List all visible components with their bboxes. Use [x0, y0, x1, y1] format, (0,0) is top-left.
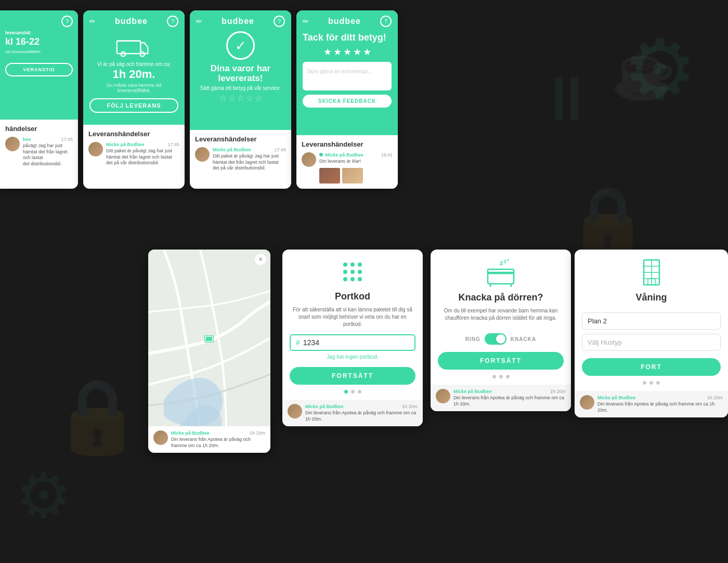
- portkod-eta: 1h 20m: [402, 404, 418, 409]
- portkod-continue-btn[interactable]: FORTSÄTT: [290, 367, 415, 385]
- star-1[interactable]: ☆: [219, 93, 227, 103]
- toggle-switch[interactable]: [485, 333, 506, 345]
- portkod-footer: Micke på Budbee 1h 20m Din leverans från…: [282, 400, 423, 426]
- floor-eta: 1h 20m: [707, 395, 723, 400]
- floor-continue-btn[interactable]: FORT: [582, 358, 721, 376]
- star-f2[interactable]: ★: [333, 46, 342, 58]
- map-driver: Micke på Budbee: [171, 430, 210, 436]
- dot-1-active: [344, 390, 348, 394]
- phone-screen-2: ✏ budbee ? Vi är på väg och framme om ca…: [83, 10, 185, 189]
- map-area: ×: [148, 250, 270, 426]
- portkod-driver: Micke på Budbee: [305, 404, 344, 409]
- door-desc: Om du till exempel har sovande barn hemm…: [438, 307, 564, 322]
- portkod-dots: [344, 390, 361, 394]
- event-text-2: Ditt paket är påväg! Jag har just hämtat…: [106, 148, 179, 166]
- svg-point-8: [343, 263, 347, 267]
- door-continue-btn[interactable]: FORTSÄTT: [438, 352, 564, 370]
- floor-dot-2: [649, 381, 653, 385]
- door-avatar: [436, 389, 450, 403]
- svg-rect-0: [116, 41, 140, 54]
- check-circle: ✓: [226, 31, 255, 60]
- toggle-row: RING KNACKA: [465, 333, 536, 345]
- rating-stars-filled[interactable]: ★ ★ ★ ★ ★: [303, 46, 392, 58]
- feedback-btn[interactable]: SKICKA FEEDBACK: [303, 95, 392, 108]
- help-icon[interactable]: ?: [61, 16, 73, 27]
- toggle-thumb: [496, 334, 505, 344]
- portkod-desc: För att säkerställa att vi kan lämna pak…: [290, 306, 415, 328]
- door-footer: Micke på Budbee 1h 20m Din leverans från…: [431, 385, 571, 411]
- dot-2: [351, 390, 355, 394]
- time-value: kl 16-22: [5, 36, 73, 47]
- svg-text:z: z: [504, 258, 506, 264]
- toggle-left-label: RING: [465, 336, 480, 342]
- star-3[interactable]: ☆: [237, 93, 244, 103]
- house-type-select[interactable]: Välj Hustyp: [582, 334, 721, 351]
- star-5[interactable]: ☆: [255, 93, 262, 103]
- event-author-4: Micke på Budbee: [319, 152, 363, 158]
- star-f1[interactable]: ★: [323, 46, 332, 58]
- floor-title: Våning: [635, 292, 667, 303]
- avatar-4: [302, 152, 316, 167]
- star-4[interactable]: ☆: [246, 93, 253, 103]
- map-footer: Micke på Budbee 1h 20m Din leverans från…: [148, 426, 270, 453]
- edit-icon-4[interactable]: ✏: [303, 17, 309, 25]
- edit-icon-3[interactable]: ✏: [196, 17, 202, 25]
- section-title-2: Leveranshändelser: [88, 130, 179, 138]
- avatar-3: [195, 147, 210, 162]
- follow-btn-2[interactable]: FÖLJ LEVERANS: [89, 98, 178, 113]
- event-text-1: påväg! Jag har justhämtat det från lagre…: [23, 143, 73, 167]
- phone-screen-3: ✏ budbee ? ✓ Dina varor har levererats! …: [190, 10, 291, 189]
- event-text-4: Din leverans är klar!: [319, 159, 393, 165]
- floor-icon-area: [638, 258, 666, 287]
- bed-icon: z z z: [485, 258, 516, 287]
- rating-title: Tack för ditt betyg!: [303, 32, 392, 43]
- screen1-btn[interactable]: VERANSTID: [5, 63, 73, 76]
- door-modal: z z z Knacka på dörren? Om du till exemp…: [431, 250, 571, 411]
- svg-point-14: [343, 277, 347, 281]
- star-f3[interactable]: ★: [343, 46, 352, 58]
- floor-dot-3: [656, 381, 660, 385]
- star-2[interactable]: ☆: [228, 93, 236, 103]
- event-time-3: 17:45: [274, 147, 286, 152]
- no-code-link[interactable]: Jag har ingen portkod.: [327, 354, 379, 360]
- delivery-thumbs: [319, 168, 393, 184]
- top-row-phones: ? leveranstid: kl 16-22 vid leveranstill…: [0, 10, 728, 189]
- door-body: z z z Knacka på dörren? Om du till exemp…: [431, 250, 571, 385]
- help-icon-3[interactable]: ?: [274, 16, 285, 27]
- map-message: Din leverans från Apotea är påväg och fr…: [171, 437, 265, 449]
- dot-3: [358, 390, 361, 394]
- floor-avatar: [580, 395, 594, 410]
- svg-point-10: [358, 263, 362, 267]
- help-icon-4[interactable]: ?: [380, 16, 392, 27]
- portkod-icon-area: [339, 258, 367, 286]
- star-f4[interactable]: ★: [353, 46, 361, 58]
- time-label: leveranstid:: [5, 30, 73, 35]
- floor-body: Våning Plan 2 Välj Hustyp FORT: [575, 250, 728, 391]
- svg-text:z: z: [500, 259, 503, 267]
- floor-message: Din leverans från Apotea är påväg och fr…: [597, 401, 723, 413]
- portkod-body: Portkod För att säkerställa att vi kan l…: [282, 250, 423, 400]
- rating-stars-empty[interactable]: ☆ ☆ ☆ ☆ ☆: [196, 93, 285, 103]
- pin-hash-icon: #: [296, 338, 300, 347]
- map-close-btn[interactable]: ×: [255, 254, 266, 265]
- toggle-right-label: KNACKA: [511, 336, 536, 342]
- pin-value: 1234: [303, 338, 319, 347]
- edit-icon-2[interactable]: ✏: [89, 17, 96, 25]
- event-time-4: 18:41: [381, 152, 393, 158]
- screen2-sub: Vi är på väg och framme om ca:: [89, 61, 178, 67]
- floor-footer: Micke på Budbee 1h 20m Din leverans från…: [575, 391, 728, 417]
- star-f5[interactable]: ★: [363, 46, 371, 58]
- portkod-modal: Portkod För att säkerställa att vi kan l…: [282, 250, 423, 426]
- door-dot-3: [506, 375, 510, 378]
- portkod-message: Din leverans från Apotea är påväg och fr…: [305, 410, 418, 422]
- portkod-avatar: [288, 404, 302, 418]
- map-modal: ×: [148, 250, 270, 453]
- floor-input[interactable]: Plan 2: [582, 312, 721, 330]
- door-eta: 1h 20m: [550, 389, 566, 394]
- comment-placeholder: Skriv gärna en kommentar...: [307, 69, 372, 74]
- svg-point-13: [358, 270, 362, 274]
- help-icon-2[interactable]: ?: [167, 16, 178, 27]
- comment-box[interactable]: Skriv gärna en kommentar...: [303, 62, 392, 90]
- portkod-input-wrapper[interactable]: # 1234: [290, 334, 415, 351]
- event-author-1: bee: [23, 137, 31, 142]
